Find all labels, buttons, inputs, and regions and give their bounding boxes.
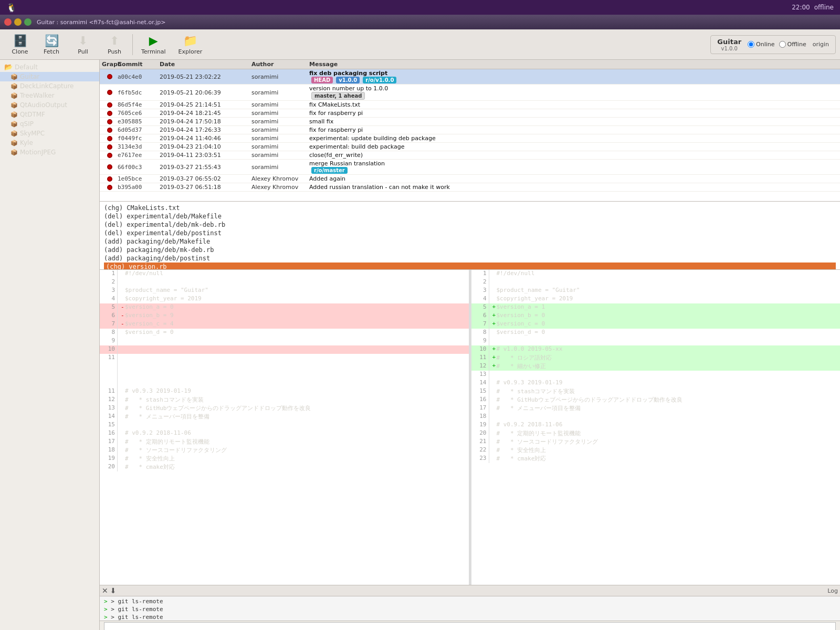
file-change-item[interactable]: (chg) version.rb: [104, 262, 836, 270]
diff-marker: [492, 329, 497, 337]
diff-marker: [492, 396, 497, 404]
offline-radio[interactable]: [779, 41, 786, 48]
diff-linenum: 2: [474, 278, 489, 287]
commit-row[interactable]: 66f00c3 2019-03-27 21:55:43 soramimi mer…: [100, 160, 840, 175]
commit-row[interactable]: e7617ee 2019-04-11 23:03:51 soramimi clo…: [100, 151, 840, 160]
log-clear-icon[interactable]: ✕: [102, 586, 108, 595]
offline-option[interactable]: Offline: [779, 41, 806, 48]
file-change-item[interactable]: (del) experimental/deb/postinst: [104, 229, 836, 237]
origin-label: origin: [813, 41, 829, 48]
sidebar-item-skympc[interactable]: 📦SkyMPC: [0, 129, 99, 138]
diff-linenum: 9: [102, 337, 118, 345]
tag-v100: v1.0.0: [336, 77, 360, 83]
diff-linenum: 5: [474, 303, 489, 312]
dot: [107, 153, 112, 158]
file-change-item[interactable]: (add) packaging/deb/mk-deb.rb: [104, 246, 836, 254]
minimize-button[interactable]: [14, 18, 22, 26]
sidebar-item-treewalker[interactable]: 📦TreeWalker: [0, 91, 99, 100]
diff-content: [125, 278, 467, 287]
sidebar-item-guitar[interactable]: 📦Guitar: [0, 72, 99, 81]
commit-author: soramimi: [251, 135, 309, 142]
diff-line: 9: [471, 337, 841, 345]
graph-dot: [102, 90, 118, 95]
explorer-button[interactable]: 📁 Explorer: [172, 32, 209, 57]
diff-line: 13: [471, 371, 841, 379]
explorer-icon: 📁: [183, 34, 197, 47]
online-option[interactable]: Online: [748, 41, 774, 48]
diff-marker: [492, 371, 497, 379]
log-toolbar: ✕ ⬇ Log: [100, 585, 840, 596]
diff-pane-right[interactable]: 1#!/dev/null23$product_name = "Guitar"4$…: [471, 270, 841, 585]
diff-line: 7-$version_c = 4: [100, 320, 469, 329]
commit-row[interactable]: f6fb5dc 2019-05-21 20:06:39 soramimi ver…: [100, 85, 840, 101]
terminal-button[interactable]: ▶ Terminal: [135, 32, 172, 57]
dot: [107, 74, 112, 79]
clone-label: Clone: [12, 48, 28, 55]
sidebar-item-kyle[interactable]: 📦Kyle: [0, 138, 99, 148]
commit-row[interactable]: a00c4e0 2019-05-21 23:02:22 soramimi fix…: [100, 69, 840, 85]
tags-inline: HEADv1.0.0r/o/v1.0.0: [309, 77, 838, 83]
diff-line: 4$copyright_year = 2019: [471, 295, 841, 303]
sidebar-item-qsip[interactable]: 📦qSIP: [0, 119, 99, 129]
maximize-button[interactable]: [24, 18, 32, 26]
diff-linenum: 13: [474, 371, 489, 379]
commit-message: small fix: [309, 118, 838, 125]
commit-row[interactable]: e305885 2019-04-24 17:50:18 soramimi sma…: [100, 118, 840, 126]
ubuntu-logo[interactable]: 🐧: [6, 3, 17, 13]
file-change-item[interactable]: (add) packaging/deb/postinst: [104, 254, 836, 262]
sidebar: 📂 Default 📦Guitar📦DeckLinkCapture📦TreeWa…: [0, 60, 100, 630]
file-change-item[interactable]: (del) experimental/deb/Makefile: [104, 212, 836, 220]
sidebar-item-qtdtmf[interactable]: 📦QtDTMF: [0, 110, 99, 119]
fetch-button[interactable]: 🔄 Fetch: [36, 32, 67, 57]
diff-marker: [492, 446, 497, 455]
commit-date: 2019-04-24 18:21:45: [160, 110, 251, 117]
file-change-item[interactable]: (add) packaging/deb/Makefile: [104, 237, 836, 246]
sidebar-item-qtaudiooutput[interactable]: 📦QtAudioOutput: [0, 100, 99, 110]
commit-date: 2019-04-24 17:26:33: [160, 127, 251, 133]
commit-row[interactable]: 86d5f4e 2019-04-25 21:14:51 soramimi fix…: [100, 101, 840, 109]
diff-content: # * stashコマンドを実装: [497, 387, 838, 396]
log-scroll-icon[interactable]: ⬇: [110, 586, 117, 595]
diff-marker: [121, 337, 125, 345]
terminal-icon: ▶: [149, 34, 158, 47]
pull-icon: ⬇️: [78, 34, 88, 47]
diff-line: 5+$version_a = 1: [471, 303, 841, 312]
commit-row[interactable]: 3134e3d 2019-04-23 21:04:10 soramimi exp…: [100, 143, 840, 151]
diff-marker: [121, 463, 125, 471]
diff-linenum: 16: [474, 396, 489, 404]
clone-button[interactable]: 🗄️ Clone: [4, 32, 36, 57]
commit-log[interactable]: Graph Commit Date Author Message a00c4e0…: [100, 60, 840, 202]
commit-author: soramimi: [251, 143, 309, 150]
file-changes[interactable]: (chg) CMakeLists.txt(del) experimental/d…: [100, 202, 840, 270]
log-entry-text: > git ls-remote: [111, 614, 163, 621]
file-change-item[interactable]: (del) experimental/deb/mk-deb.rb: [104, 220, 836, 229]
pull-button[interactable]: ⬇️ Pull: [67, 32, 99, 57]
diff-content: # * GitHubウェブページからのドラッグアンドドロップ動作を改良: [125, 404, 467, 413]
diff-area[interactable]: 1#!/dev/null23$product_name = "Guitar"4$…: [100, 270, 840, 585]
commit-row[interactable]: 1e05bce 2019-03-27 06:55:02 Alexey Khrom…: [100, 175, 840, 183]
commit-row[interactable]: b395a00 2019-03-27 06:51:18 Alexey Khrom…: [100, 183, 840, 192]
diff-pane-left[interactable]: 1#!/dev/null23$product_name = "Guitar"4$…: [100, 270, 469, 585]
diff-content: $version_a = 0: [125, 303, 467, 312]
close-button[interactable]: [4, 18, 12, 26]
online-radio[interactable]: [748, 41, 754, 48]
commit-row[interactable]: 6d05d37 2019-04-24 17:26:33 soramimi fix…: [100, 126, 840, 134]
log-input[interactable]: [104, 622, 836, 630]
file-change-item[interactable]: (chg) CMakeLists.txt: [104, 204, 836, 212]
sidebar-item-decklinkcapture[interactable]: 📦DeckLinkCapture: [0, 81, 99, 91]
diff-linenum: 10: [102, 345, 118, 354]
diff-line: 1#!/dev/null: [100, 270, 469, 278]
diff-content: [125, 421, 467, 429]
diff-line: 14# v0.9.3 2019-01-19: [471, 379, 841, 387]
diff-marker: [121, 278, 125, 287]
graph-dot: [102, 185, 118, 190]
diff-line: 8$version_d = 0: [100, 329, 469, 337]
sidebar-item-motionjpeg[interactable]: 📦MotionJPEG: [0, 148, 99, 157]
commit-row[interactable]: f0449fc 2019-04-24 11:40:46 soramimi exp…: [100, 134, 840, 143]
commit-row[interactable]: 7605ce6 2019-04-24 18:21:45 soramimi fix…: [100, 109, 840, 118]
diff-linenum: [102, 362, 118, 371]
repo-icon: 📦: [10, 74, 18, 80]
diff-linenum: 11: [102, 387, 118, 396]
push-button[interactable]: ⬆️ Push: [99, 32, 130, 57]
sidebar-folder-default[interactable]: 📂 Default: [0, 62, 99, 72]
